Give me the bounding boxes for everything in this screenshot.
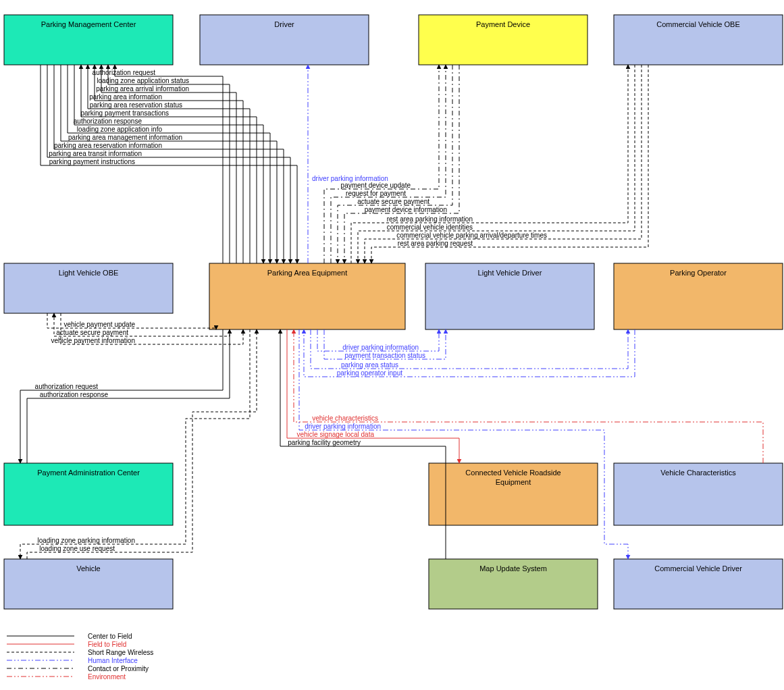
flow-pmc-0: authorization request	[93, 69, 156, 76]
flow-pac-0: authorization request	[35, 383, 99, 390]
flow-lvdrv-0: driver parking information	[342, 344, 419, 351]
flow-pmc-8: parking area management information	[68, 134, 182, 141]
legend-3: Human Interface	[88, 657, 138, 664]
flow-pay-3: payment device information	[365, 206, 447, 213]
lbl-cvObe: Commercial Vehicle OBE	[656, 20, 740, 28]
flow-pmc-3: parking area information	[89, 93, 162, 101]
flow-pmc-11: parking payment instructions	[49, 158, 135, 165]
flow-cv-2: commercial vehicle parking arrival/depar…	[396, 232, 547, 239]
legend-1: Field to Field	[88, 641, 126, 648]
lbl-cvre2: Equipment	[496, 478, 531, 486]
flow-pmc-2: parking area arrival information	[96, 85, 189, 92]
flow-cvre: vehicle signage local data	[296, 431, 374, 438]
lbl-lvDrv: Light Vehicle Driver	[478, 269, 542, 277]
legend-2: Short Range Wireless	[88, 649, 153, 656]
lbl-pae: Parking Area Equipment	[267, 269, 348, 277]
legend-0: Center to Field	[88, 633, 132, 640]
lbl-driver: Driver	[274, 20, 294, 28]
flow-pmc-9: parking area reservation information	[54, 142, 162, 149]
flow-veh-0: loading zone parking information	[37, 537, 135, 544]
lbl-mus: Map Update System	[479, 564, 547, 573]
lbl-pOp: Parking Operator	[670, 269, 727, 277]
lbl-pac: Payment Administration Center	[37, 469, 140, 477]
flow-pop-1: parking operator input	[337, 369, 403, 377]
flow-cv-1: commercial vehicle identities	[387, 223, 473, 231]
flow-pmc-1: loading zone application status	[97, 77, 189, 84]
lbl-veh: Vehicle	[76, 564, 100, 573]
legend: Center to Field Field to Field Short Ran…	[7, 633, 153, 681]
lbl-cvDrv: Commercial Vehicle Driver	[654, 564, 742, 573]
lbl-lvObe: Light Vehicle OBE	[59, 269, 119, 277]
flow-mus: parking facility geometry	[288, 439, 361, 446]
flow-pay-2: actuate secure payment	[357, 198, 429, 205]
flow-pmc-7: loading zone application info	[77, 126, 163, 133]
flow-veh-1: loading zone use request	[39, 545, 115, 552]
flow-pac-1: authorization response	[40, 391, 109, 398]
flow-vchar: vehicle characteristics	[312, 415, 378, 422]
flow-cvdrv: driver parking information	[305, 423, 381, 430]
flow-pmc-6: authorization response	[74, 117, 142, 125]
legend-4: Contact or Proximity	[88, 665, 149, 672]
flow-pay-0: payment device update	[341, 182, 411, 189]
flow-pmc-5: parking payment transactions	[80, 109, 169, 117]
legend-5: Environment	[88, 673, 126, 681]
lbl-cvre1: Connected Vehicle Roadside	[465, 469, 560, 477]
flow-lvobe-0: vehicle payment update	[63, 321, 135, 328]
flow-pmc-10: parking area transit information	[49, 150, 142, 157]
flow-pmc-4: parking area reservation status	[90, 101, 182, 109]
flow-pay-1: request for payment	[346, 190, 406, 197]
lbl-payDev: Payment Device	[476, 20, 530, 28]
lbl-vChar: Vehicle Characteristics	[660, 469, 736, 477]
flow-cv-0: rest area parking information	[387, 215, 473, 223]
flow-lvobe-1: actuate secure payment	[56, 329, 128, 336]
flow-lvdrv-1: payment transaction status	[344, 352, 425, 359]
flow-pop-0: parking area status	[341, 361, 398, 369]
flow-cv-3: rest area parking request	[398, 240, 473, 247]
flow-lvobe-2: vehicle payment information	[51, 337, 135, 344]
lbl-pmc: Parking Management Center	[41, 20, 136, 28]
